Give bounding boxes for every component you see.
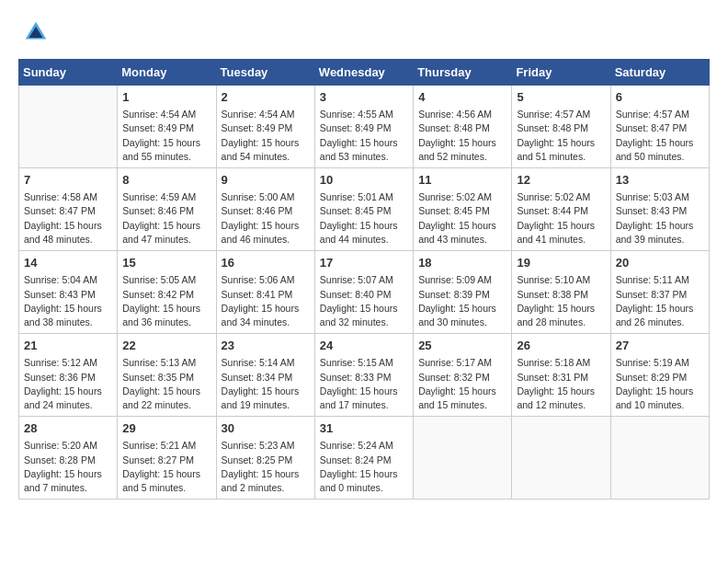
day-number: 18 [418,255,506,271]
calendar-cell: 18Sunrise: 5:09 AMSunset: 8:39 PMDayligh… [414,251,512,334]
calendar-cell: 24Sunrise: 5:15 AMSunset: 8:33 PMDayligh… [314,334,413,417]
day-info: Sunrise: 5:03 AMSunset: 8:43 PMDaylight:… [616,190,704,247]
logo [18,18,50,50]
day-info: Sunrise: 5:04 AMSunset: 8:43 PMDaylight:… [24,273,112,329]
calendar-cell: 6Sunrise: 4:57 AMSunset: 8:47 PMDaylight… [610,86,709,168]
day-number: 1 [122,89,210,106]
day-info: Sunrise: 5:24 AMSunset: 8:24 PMDaylight:… [320,439,408,495]
calendar-cell: 14Sunrise: 5:04 AMSunset: 8:43 PMDayligh… [19,251,118,334]
header-thursday: Thursday [414,60,512,86]
day-number: 3 [320,89,408,106]
calendar-cell [19,86,118,168]
calendar-cell: 30Sunrise: 5:23 AMSunset: 8:25 PMDayligh… [216,417,314,500]
calendar-cell: 21Sunrise: 5:12 AMSunset: 8:36 PMDayligh… [19,334,118,417]
day-info: Sunrise: 5:15 AMSunset: 8:33 PMDaylight:… [320,356,408,412]
header-tuesday: Tuesday [216,60,314,86]
day-number: 15 [122,255,210,271]
header-sunday: Sunday [19,60,118,86]
day-number: 13 [616,172,704,189]
day-number: 30 [222,420,310,437]
calendar-cell: 28Sunrise: 5:20 AMSunset: 8:28 PMDayligh… [19,417,118,500]
calendar-cell: 7Sunrise: 4:58 AMSunset: 8:47 PMDaylight… [19,168,118,251]
day-number: 12 [517,172,605,189]
calendar-cell: 2Sunrise: 4:54 AMSunset: 8:49 PMDaylight… [216,86,314,168]
day-info: Sunrise: 5:00 AMSunset: 8:46 PMDaylight:… [222,190,310,247]
calendar-cell: 15Sunrise: 5:05 AMSunset: 8:42 PMDayligh… [118,251,216,334]
day-info: Sunrise: 5:09 AMSunset: 8:39 PMDaylight:… [418,273,506,329]
day-number: 22 [122,338,210,354]
calendar-cell [512,417,610,500]
day-number: 7 [24,172,112,189]
calendar-cell: 17Sunrise: 5:07 AMSunset: 8:40 PMDayligh… [314,251,413,334]
calendar-cell: 5Sunrise: 4:57 AMSunset: 8:48 PMDaylight… [512,86,610,168]
calendar-cell: 12Sunrise: 5:02 AMSunset: 8:44 PMDayligh… [512,168,610,251]
day-info: Sunrise: 4:55 AMSunset: 8:49 PMDaylight:… [320,108,408,164]
day-number: 16 [222,255,310,271]
day-info: Sunrise: 5:02 AMSunset: 8:44 PMDaylight:… [517,190,605,247]
week-row-1: 1Sunrise: 4:54 AMSunset: 8:49 PMDaylight… [19,86,710,168]
day-number: 21 [24,338,112,354]
calendar-table: SundayMondayTuesdayWednesdayThursdayFrid… [18,59,710,500]
day-number: 10 [320,172,408,189]
calendar-cell: 3Sunrise: 4:55 AMSunset: 8:49 PMDaylight… [314,86,413,168]
day-info: Sunrise: 5:01 AMSunset: 8:45 PMDaylight:… [320,190,408,247]
day-number: 6 [616,89,704,106]
day-info: Sunrise: 5:11 AMSunset: 8:37 PMDaylight:… [616,273,704,329]
day-number: 29 [122,420,210,437]
logo-icon [22,18,50,46]
calendar-cell: 19Sunrise: 5:10 AMSunset: 8:38 PMDayligh… [512,251,610,334]
day-info: Sunrise: 5:14 AMSunset: 8:34 PMDaylight:… [222,356,310,412]
week-row-5: 28Sunrise: 5:20 AMSunset: 8:28 PMDayligh… [19,417,710,500]
calendar-cell: 9Sunrise: 5:00 AMSunset: 8:46 PMDaylight… [216,168,314,251]
day-number: 14 [24,255,112,271]
day-info: Sunrise: 5:10 AMSunset: 8:38 PMDaylight:… [517,273,605,329]
calendar-cell: 23Sunrise: 5:14 AMSunset: 8:34 PMDayligh… [216,334,314,417]
week-row-4: 21Sunrise: 5:12 AMSunset: 8:36 PMDayligh… [19,334,710,417]
week-row-3: 14Sunrise: 5:04 AMSunset: 8:43 PMDayligh… [19,251,710,334]
day-info: Sunrise: 5:20 AMSunset: 8:28 PMDaylight:… [24,439,112,495]
calendar-cell [414,417,512,500]
calendar-cell: 22Sunrise: 5:13 AMSunset: 8:35 PMDayligh… [118,334,216,417]
header-wednesday: Wednesday [314,60,413,86]
day-info: Sunrise: 5:05 AMSunset: 8:42 PMDaylight:… [122,273,210,329]
day-info: Sunrise: 5:07 AMSunset: 8:40 PMDaylight:… [320,273,408,329]
week-row-2: 7Sunrise: 4:58 AMSunset: 8:47 PMDaylight… [19,168,710,251]
calendar-cell: 27Sunrise: 5:19 AMSunset: 8:29 PMDayligh… [610,334,709,417]
day-number: 8 [122,172,210,189]
day-number: 5 [517,89,605,106]
calendar-header-row: SundayMondayTuesdayWednesdayThursdayFrid… [19,60,710,86]
day-number: 27 [616,338,704,354]
day-number: 19 [517,255,605,271]
calendar-cell: 20Sunrise: 5:11 AMSunset: 8:37 PMDayligh… [610,251,709,334]
calendar-cell: 25Sunrise: 5:17 AMSunset: 8:32 PMDayligh… [414,334,512,417]
header-saturday: Saturday [610,60,709,86]
day-info: Sunrise: 5:18 AMSunset: 8:31 PMDaylight:… [517,356,605,412]
day-number: 25 [418,338,506,354]
header-monday: Monday [118,60,216,86]
page-header [18,18,710,50]
day-info: Sunrise: 4:54 AMSunset: 8:49 PMDaylight:… [222,108,310,164]
day-info: Sunrise: 5:19 AMSunset: 8:29 PMDaylight:… [616,356,704,412]
day-number: 28 [24,420,112,437]
calendar-cell: 1Sunrise: 4:54 AMSunset: 8:49 PMDaylight… [118,86,216,168]
day-info: Sunrise: 5:02 AMSunset: 8:45 PMDaylight:… [418,190,506,247]
calendar-cell: 26Sunrise: 5:18 AMSunset: 8:31 PMDayligh… [512,334,610,417]
calendar-cell: 10Sunrise: 5:01 AMSunset: 8:45 PMDayligh… [314,168,413,251]
calendar-cell: 31Sunrise: 5:24 AMSunset: 8:24 PMDayligh… [314,417,413,500]
header-friday: Friday [512,60,610,86]
day-number: 4 [418,89,506,106]
day-number: 9 [222,172,310,189]
day-info: Sunrise: 5:06 AMSunset: 8:41 PMDaylight:… [222,273,310,329]
calendar-cell: 4Sunrise: 4:56 AMSunset: 8:48 PMDaylight… [414,86,512,168]
day-number: 24 [320,338,408,354]
day-info: Sunrise: 5:17 AMSunset: 8:32 PMDaylight:… [418,356,506,412]
day-info: Sunrise: 5:12 AMSunset: 8:36 PMDaylight:… [24,356,112,412]
day-info: Sunrise: 4:57 AMSunset: 8:47 PMDaylight:… [616,108,704,164]
day-info: Sunrise: 4:54 AMSunset: 8:49 PMDaylight:… [122,108,210,164]
day-info: Sunrise: 4:56 AMSunset: 8:48 PMDaylight:… [418,108,506,164]
calendar-cell: 13Sunrise: 5:03 AMSunset: 8:43 PMDayligh… [610,168,709,251]
calendar-cell [610,417,709,500]
calendar-cell: 29Sunrise: 5:21 AMSunset: 8:27 PMDayligh… [118,417,216,500]
day-number: 11 [418,172,506,189]
day-number: 2 [222,89,310,106]
